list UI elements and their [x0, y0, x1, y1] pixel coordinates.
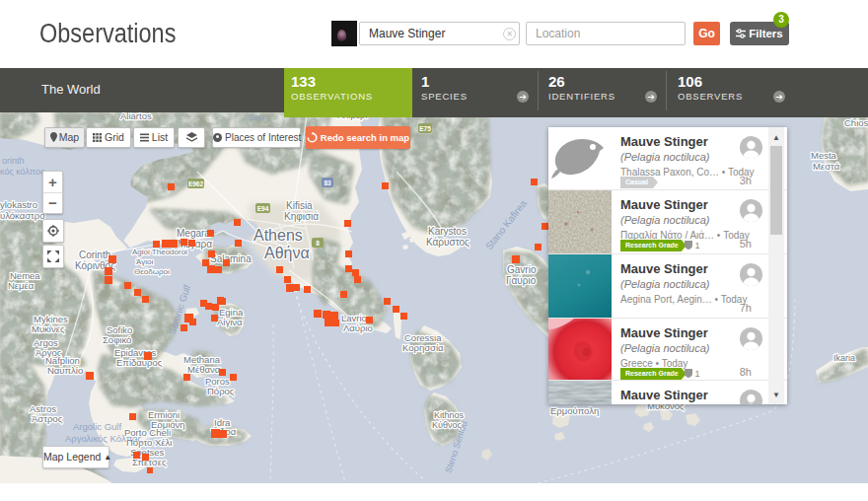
svg-text:Κάρυστος: Κάρυστος [426, 237, 470, 248]
svg-text:υλόκαστρο: υλόκαστρο [0, 210, 45, 221]
svg-text:Agioi Theodoroi: Agioi Theodoroi [132, 248, 187, 256]
svg-text:Μυκίνες: Μυκίνες [32, 323, 65, 334]
svg-text:Argolic Gulf: Argolic Gulf [73, 421, 121, 432]
svg-text:Λαύριο: Λαύριο [343, 322, 373, 333]
svg-text:Σοφικό: Σοφικό [103, 334, 131, 345]
svg-text:Νεμέα: Νεμέα [8, 280, 35, 291]
svg-text:Karystos: Karystos [428, 226, 467, 237]
svg-text:Θεόδωροι: Θεόδωροι [134, 267, 170, 276]
svg-text:Κηφισιά: Κηφισιά [284, 211, 319, 222]
svg-text:κός κόλπος: κός κόλπος [0, 167, 45, 177]
svg-text:Ναυπλίο: Ναυπλίο [47, 365, 83, 376]
svg-text:orinth: orinth [2, 156, 25, 166]
svg-text:Αίγινα: Αίγινα [217, 317, 243, 327]
svg-text:E94: E94 [257, 205, 269, 212]
svg-text:Megara: Megara [177, 228, 210, 239]
svg-text:E962: E962 [188, 180, 204, 187]
svg-text:Επίδαυρος: Επίδαυρος [116, 357, 163, 368]
svg-text:Chios: Chios [844, 117, 868, 128]
svg-text:Μεστά: Μεστά [813, 161, 840, 172]
svg-text:Αργολικός Κόλπος: Αργολικός Κόλπος [65, 433, 142, 444]
svg-text:Γαύριο: Γαύριο [506, 275, 537, 286]
svg-text:83: 83 [324, 179, 331, 186]
svg-text:Άγιοι: Άγιοι [136, 257, 153, 266]
svg-text:Μέθανα: Μέθανα [187, 364, 221, 375]
svg-text:Κορησσία: Κορησσία [402, 342, 444, 353]
svg-text:Πόρος: Πόρος [207, 386, 235, 396]
svg-text:Kithnos: Kithnos [434, 410, 465, 420]
svg-text:Sou: Sou [249, 112, 264, 122]
svg-text:Gavrio: Gavrio [507, 264, 537, 275]
svg-text:E75: E75 [419, 125, 431, 132]
svg-text:Ερμούπολη: Ερμούπολη [550, 405, 599, 416]
svg-text:Αθήνα: Αθήνα [264, 245, 310, 261]
svg-text:8: 8 [316, 240, 320, 247]
svg-text:Aliartos: Aliartos [120, 112, 152, 121]
svg-text:Ikaria: Ikaria [833, 353, 855, 363]
svg-text:Mesta: Mesta [811, 150, 837, 161]
svg-text:ylokastro: ylokastro [0, 199, 37, 210]
svg-text:Άστρος: Άστρος [32, 413, 63, 424]
svg-text:Corinth: Corinth [79, 250, 110, 260]
svg-text:Athens: Athens [253, 227, 303, 244]
svg-text:Kifisia: Kifisia [286, 200, 313, 211]
svg-text:Salamina: Salamina [210, 253, 252, 264]
